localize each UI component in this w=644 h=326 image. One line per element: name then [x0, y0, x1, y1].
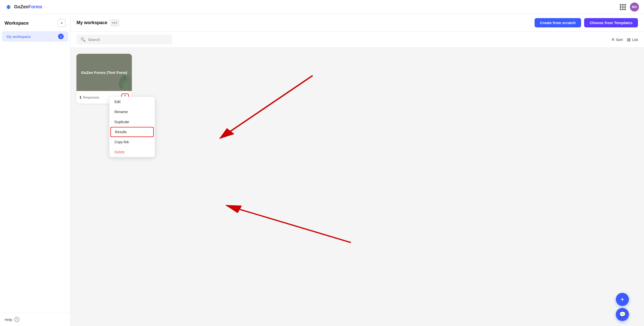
sort-button[interactable]: ≡ Sort — [612, 37, 623, 42]
response-label: Responses — [83, 96, 99, 99]
sidebar-item-count: 1 — [58, 34, 64, 39]
toolbar-right: ≡ Sort ▤ List — [612, 37, 638, 42]
sort-label: Sort — [616, 37, 623, 42]
list-label: List — [632, 37, 638, 42]
card-title: GoZen Forms (Test Form) — [78, 67, 130, 78]
navbar: GoZenForms MA — [0, 0, 644, 14]
annotation-arrows — [70, 48, 644, 326]
content-header: My workspace Create from scratch Choose … — [70, 14, 644, 32]
dot-2 — [114, 22, 115, 23]
context-menu-delete[interactable]: Delete — [109, 147, 155, 157]
search-box: 🔍 — [76, 35, 172, 44]
form-card: GoZen Forms (Test Form) 1 Responses — [76, 54, 132, 104]
logo-area: GoZenForms — [5, 4, 42, 11]
dot-1 — [112, 22, 113, 23]
avatar[interactable]: MA — [630, 3, 639, 12]
add-workspace-button[interactable]: + — [58, 19, 66, 27]
sidebar: Workspace + My workspace 1 Help ? — [0, 14, 70, 326]
sidebar-footer: Help ? — [0, 313, 70, 326]
help-icon[interactable]: ? — [14, 317, 19, 322]
chat-fab-button[interactable]: 💬 — [616, 308, 629, 321]
list-icon: ▤ — [627, 37, 631, 42]
card-thumbnail: GoZen Forms (Test Form) — [76, 54, 132, 91]
sidebar-item-label: My workspace — [7, 34, 31, 39]
svg-line-5 — [220, 76, 312, 138]
workspace-label-area: My workspace — [76, 19, 119, 27]
navbar-right: MA — [620, 3, 639, 12]
context-menu-edit[interactable]: Edit — [109, 97, 155, 107]
sidebar-header: Workspace + — [0, 14, 70, 31]
svg-line-6 — [227, 205, 351, 243]
sidebar-item-my-workspace[interactable]: My workspace 1 — [2, 31, 68, 42]
main-layout: Workspace + My workspace 1 Help ? My wor… — [0, 14, 644, 326]
search-icon: 🔍 — [80, 37, 86, 42]
sidebar-title: Workspace — [5, 21, 29, 26]
choose-from-templates-button[interactable]: Choose from Templates — [584, 18, 638, 27]
logo-text: GoZenForms — [14, 4, 42, 10]
toolbar: 🔍 ≡ Sort ▤ List — [70, 32, 644, 48]
create-from-scratch-button[interactable]: Create from scratch — [535, 18, 581, 27]
logo-icon — [5, 4, 12, 11]
sort-icon: ≡ — [612, 37, 615, 42]
list-view-button[interactable]: ▤ List — [627, 37, 638, 42]
fab-add-button[interactable]: + — [616, 293, 629, 306]
context-menu-duplicate[interactable]: Duplicate — [109, 117, 155, 127]
context-menu-copy-link[interactable]: Copy link — [109, 137, 155, 147]
dot-3 — [116, 22, 117, 23]
workspace-label: My workspace — [76, 20, 107, 25]
context-menu-rename[interactable]: Rename — [109, 107, 155, 117]
cards-area: GoZen Forms (Test Form) 1 Responses — [70, 48, 644, 326]
kebab-dot-1 — [125, 95, 126, 96]
grid-icon[interactable] — [620, 4, 626, 10]
context-menu: Edit Rename Duplicate Results Copy link … — [109, 97, 155, 157]
workspace-options-button[interactable] — [110, 19, 119, 27]
content-area: My workspace Create from scratch Choose … — [70, 14, 644, 326]
header-actions: Create from scratch Choose from Template… — [535, 18, 638, 27]
context-menu-results[interactable]: Results — [110, 127, 154, 137]
response-count: 1 — [79, 95, 82, 99]
help-label: Help — [5, 317, 12, 322]
svg-rect-3 — [125, 87, 126, 91]
search-input[interactable] — [88, 37, 168, 42]
response-info: 1 Responses — [79, 95, 99, 99]
